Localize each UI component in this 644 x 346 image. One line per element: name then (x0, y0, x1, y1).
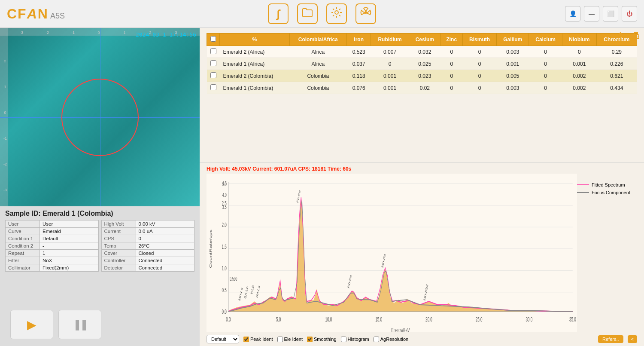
chart-legend: Fitted Spectrum Focus Component (577, 174, 637, 332)
folder-toolbar-btn[interactable] (297, 3, 318, 24)
info-row: DetectorConnected (101, 264, 194, 272)
info-key: Temp (101, 242, 136, 250)
col-header-0 (207, 34, 220, 46)
info-row: Repeat1 (6, 250, 99, 257)
table-row: Emerald 2 (Africa)Africa0.5230.0070.0320… (207, 46, 637, 58)
maximize-button[interactable]: ⬜ (603, 6, 618, 21)
info-key: User (6, 220, 40, 228)
histogram-checkbox[interactable] (341, 337, 346, 342)
svg-text:30.0: 30.0 (526, 315, 532, 323)
play-button[interactable]: ▶ (10, 310, 53, 339)
cell-3-6: 0 (440, 82, 462, 94)
svg-text:2.0: 2.0 (222, 221, 226, 229)
power-button[interactable]: ⏻ (622, 6, 637, 21)
info-value: 0.00 kV (136, 220, 194, 228)
info-value: Emerald (40, 228, 99, 235)
chart-dropdown[interactable]: Default Option 1 Option 2 (207, 335, 239, 343)
smoothing-label[interactable]: Smoothing (307, 337, 337, 342)
col-header-1: % (220, 34, 290, 46)
cell-0-7: 0 (462, 46, 497, 58)
info-value: Default (40, 235, 99, 242)
cell-2-6: 0 (440, 70, 462, 82)
peak-ident-label[interactable]: Peak Ident (243, 337, 273, 342)
cell-1-3: 0.037 (346, 58, 371, 70)
legend-focus-component: Focus Component (577, 190, 637, 195)
cell-1-1: Emerald 1 (Africa) (220, 58, 290, 70)
ele-ident-checkbox[interactable] (277, 337, 283, 342)
left-panel: 2024-03-1 17:14:56 -3 -2 -1 0 1 2 3 2 1 … (0, 28, 200, 346)
cell-3-8: 0.003 (497, 82, 529, 94)
info-value: 0 (136, 235, 194, 242)
col-header-10: Niobium (562, 34, 597, 46)
cell-3-3: 0.076 (346, 82, 371, 94)
info-row: Condition 2- (6, 242, 99, 250)
cell-0-4: 0.007 (371, 46, 409, 58)
upload-icon[interactable] (616, 31, 625, 43)
cell-3-7: 0 (462, 82, 497, 94)
info-key: Condition 2 (6, 242, 40, 250)
row-checkbox[interactable] (210, 84, 216, 90)
row-checkbox[interactable] (210, 48, 216, 54)
info-key: Cover (101, 250, 136, 257)
row-checkbox[interactable] (210, 72, 216, 78)
refs-button[interactable]: Refers.. (598, 335, 623, 343)
cell-0-5: 0.032 (409, 46, 440, 58)
table-section: %Colombia/AfricaIronRubidiumCesiumZincBi… (200, 28, 644, 162)
cell-3-2: Colombia (289, 82, 346, 94)
cell-0-2: Africa (289, 46, 346, 58)
print-icon[interactable] (631, 31, 641, 43)
cell-2-11: 0.621 (596, 70, 637, 82)
cell-0-6: 0 (440, 46, 462, 58)
user-icon: 👤 (569, 10, 577, 17)
info-value: 1 (40, 250, 99, 257)
header-icons: ∫ (268, 3, 376, 24)
info-row: ControllerConnected (101, 257, 194, 264)
settings-toolbar-btn[interactable] (326, 3, 347, 24)
svg-text:3.5: 3.5 (222, 203, 227, 210)
cell-2-10: 0.002 (562, 70, 597, 82)
folder-icon (302, 8, 313, 20)
row-checkbox[interactable] (210, 60, 216, 66)
curve-toolbar-btn[interactable]: ∫ (268, 3, 289, 24)
chart-area: 0.0 0.5 1.0 1.5 2.0 2.5 3.0 CountRate/cp… (207, 174, 637, 332)
select-all-checkbox[interactable] (210, 36, 216, 42)
peak-ident-checkbox[interactable] (243, 337, 249, 342)
info-tables: UserUserCurveEmeraldCondition 1DefaultCo… (5, 220, 194, 272)
chart-svg: 0.0 0.5 1.0 1.5 2.0 2.5 3.0 CountRate/cp… (207, 174, 577, 332)
maximize-icon: ⬜ (607, 10, 614, 17)
ag-resolution-checkbox[interactable] (374, 337, 379, 342)
info-key: High Volt (101, 220, 136, 228)
cell-3-5: 0.02 (409, 82, 440, 94)
svg-text:15.0: 15.0 (375, 315, 382, 323)
info-key: Condition 1 (6, 235, 40, 242)
info-key: Collimator (6, 264, 40, 272)
peak-ident-text: Peak Ident (250, 337, 273, 342)
collapse-button[interactable]: < (628, 335, 637, 343)
ele-ident-label[interactable]: Ele Ident (277, 337, 303, 342)
legend-label-fitted: Fitted Spectrum (592, 182, 625, 187)
cell-0-8: 0.003 (497, 46, 529, 58)
info-key: Controller (101, 257, 136, 264)
pause-button[interactable]: ❚❚ (58, 310, 101, 339)
histogram-label[interactable]: Histogram (341, 337, 369, 342)
minimize-button[interactable]: — (584, 6, 599, 21)
cell-2-2: Colombia (289, 70, 346, 82)
cell-1-9: 0 (529, 58, 562, 70)
cell-2-1: Emerald 2 (Colombia) (220, 70, 290, 82)
col-header-5: Cesium (409, 34, 440, 46)
ag-resolution-label[interactable]: AgResolution (374, 337, 408, 342)
svg-text:0.5: 0.5 (222, 286, 226, 294)
info-value: - (40, 242, 99, 250)
svg-rect-16 (634, 37, 638, 39)
chart-section: High Volt: 45.03kV Current: 601.07uA CPS… (200, 162, 644, 346)
ele-ident-text: Ele Ident (284, 337, 303, 342)
radiation-toolbar-btn[interactable] (355, 3, 376, 24)
cell-1-6: 0 (440, 58, 462, 70)
cell-1-11: 0.226 (596, 58, 637, 70)
smoothing-checkbox[interactable] (307, 337, 313, 342)
cell-0-1: Emerald 2 (Africa) (220, 46, 290, 58)
svg-text:35.0: 35.0 (569, 315, 576, 323)
info-key: Current (101, 228, 136, 235)
info-value: Connected (136, 257, 194, 264)
user-button[interactable]: 👤 (565, 6, 580, 21)
